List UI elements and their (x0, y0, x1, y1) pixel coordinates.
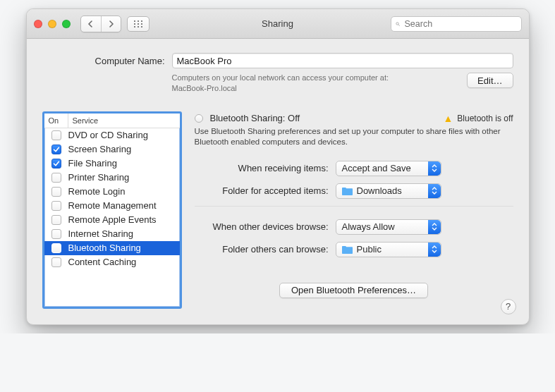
service-label: Printer Sharing (68, 172, 130, 183)
devices-browse-label: When other devices browse: (195, 221, 336, 232)
svg-point-8 (141, 26, 142, 27)
accepted-folder-value: Downloads (357, 185, 402, 196)
service-checkbox[interactable] (51, 215, 61, 225)
browse-folder-value: Public (357, 244, 382, 255)
svg-line-10 (398, 24, 399, 25)
service-row[interactable]: Bluetooth Sharing (44, 241, 180, 255)
service-checkbox-cell (44, 215, 68, 225)
edit-hostname-button[interactable]: Edit… (467, 73, 513, 88)
service-checkbox-cell (44, 257, 68, 267)
service-checkbox-cell (44, 145, 68, 154)
browse-folder-row: Folder others can browse: Public (195, 242, 513, 257)
receiving-items-label: When receiving items: (195, 163, 336, 173)
service-checkbox-cell (44, 130, 68, 140)
updown-arrows-icon (428, 220, 441, 234)
devices-browse-popup[interactable]: Always Allow (336, 219, 441, 235)
detail-header: Bluetooth Sharing: Off ▲ Bluetooth is of… (195, 113, 513, 124)
service-row[interactable]: Screen Sharing (44, 142, 180, 157)
zoom-window-button[interactable] (62, 20, 71, 28)
service-label: Content Caching (68, 257, 137, 267)
computer-name-subrow: Computers on your local network can acce… (42, 73, 513, 94)
svg-point-6 (134, 26, 135, 27)
service-checkbox-cell (44, 159, 68, 169)
service-label: Remote Apple Events (68, 214, 157, 225)
accepted-folder-label: Folder for accepted items: (195, 185, 336, 196)
service-label: Remote Management (68, 200, 157, 211)
service-checkbox[interactable] (51, 257, 61, 267)
service-row[interactable]: DVD or CD Sharing (44, 128, 180, 142)
svg-point-1 (138, 20, 139, 22)
grid-icon (133, 20, 143, 28)
folder-icon (342, 245, 353, 254)
service-checkbox[interactable] (51, 201, 61, 211)
folder-icon (342, 187, 353, 195)
service-row[interactable]: Remote Apple Events (44, 213, 180, 227)
service-label: File Sharing (68, 158, 117, 169)
service-checkbox[interactable] (51, 130, 61, 140)
service-label: Internet Sharing (68, 228, 134, 239)
devices-browse-value: Always Allow (342, 221, 395, 232)
search-field[interactable] (391, 16, 522, 32)
detail-title: Bluetooth Sharing: Off (210, 113, 300, 123)
detail-panel: Bluetooth Sharing: Off ▲ Bluetooth is of… (195, 111, 513, 309)
bluetooth-warning-text: Bluetooth is off (457, 114, 513, 123)
browse-folder-label: Folder others can browse: (195, 244, 336, 255)
close-window-button[interactable] (34, 20, 42, 28)
svg-point-7 (138, 26, 139, 27)
help-button[interactable]: ? (501, 299, 516, 314)
open-bluetooth-row: Open Bluetooth Preferences… (195, 283, 513, 298)
back-button[interactable] (81, 16, 101, 32)
search-input[interactable] (403, 18, 517, 30)
chevron-right-icon (108, 20, 114, 27)
service-checkbox[interactable] (51, 243, 61, 253)
service-row[interactable]: Internet Sharing (44, 227, 180, 241)
traffic-lights (34, 20, 71, 28)
content: Computer Name: Computers on your local n… (27, 39, 529, 324)
service-enable-indicator[interactable] (195, 114, 203, 123)
svg-point-4 (138, 23, 139, 25)
service-row[interactable]: Printer Sharing (44, 171, 180, 185)
services-list-body: DVD or CD SharingScreen SharingFile Shar… (44, 128, 180, 307)
service-row[interactable]: Content Caching (44, 255, 180, 269)
sharing-prefpane-window: Sharing Computer Name: Computers on your… (26, 8, 530, 325)
col-header-service: Service (68, 114, 180, 128)
receiving-items-row: When receiving items: Accept and Save (195, 161, 513, 176)
show-all-button[interactable] (127, 16, 150, 32)
service-checkbox[interactable] (51, 187, 61, 197)
separator (195, 206, 513, 207)
service-checkbox[interactable] (51, 229, 61, 239)
services-list-header: On Service (44, 114, 180, 128)
accepted-folder-popup[interactable]: Downloads (336, 183, 441, 199)
forward-button[interactable] (101, 16, 121, 32)
col-header-on: On (44, 114, 68, 128)
service-label: Screen Sharing (68, 144, 132, 154)
service-checkbox[interactable] (51, 145, 61, 154)
computer-hostname: MacBook-Pro.local (172, 83, 389, 94)
svg-point-0 (134, 20, 135, 22)
service-label: Remote Login (68, 186, 126, 197)
service-row[interactable]: Remote Management (44, 199, 180, 213)
service-checkbox-cell (44, 173, 68, 183)
svg-point-3 (134, 23, 135, 25)
service-checkbox[interactable] (51, 159, 61, 169)
receiving-items-value: Accept and Save (342, 163, 411, 173)
services-list[interactable]: On Service DVD or CD SharingScreen Shari… (42, 111, 182, 309)
minimize-window-button[interactable] (48, 20, 56, 28)
service-checkbox-cell (44, 229, 68, 239)
updown-arrows-icon (428, 243, 441, 257)
computer-name-label: Computer Name: (52, 56, 165, 66)
service-row[interactable]: Remote Login (44, 185, 180, 199)
detail-description: Use Bluetooth Sharing preferences and se… (195, 126, 513, 148)
computer-name-row: Computer Name: (42, 53, 513, 68)
computer-name-description: Computers on your local network can acce… (172, 73, 389, 94)
computer-name-input[interactable] (172, 53, 513, 68)
service-checkbox-cell (44, 201, 68, 211)
service-row[interactable]: File Sharing (44, 157, 180, 171)
browse-folder-popup[interactable]: Public (336, 242, 441, 257)
updown-arrows-icon (428, 184, 441, 198)
main-columns: On Service DVD or CD SharingScreen Shari… (42, 111, 513, 309)
receiving-items-popup[interactable]: Accept and Save (336, 161, 441, 176)
service-checkbox[interactable] (51, 173, 61, 183)
open-bluetooth-prefs-button[interactable]: Open Bluetooth Preferences… (279, 283, 428, 298)
updown-arrows-icon (428, 161, 441, 176)
